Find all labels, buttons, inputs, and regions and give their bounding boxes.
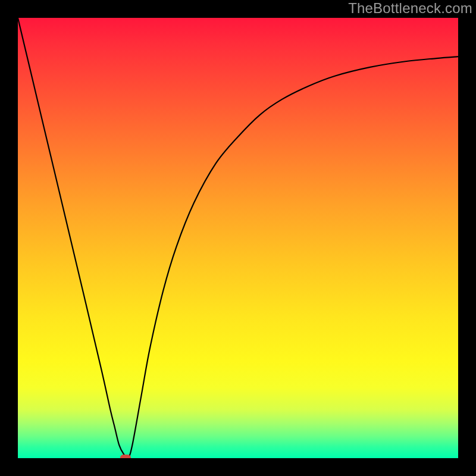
marker-dot — [120, 455, 131, 458]
chart-canvas: TheBottleneck.com — [0, 0, 476, 476]
plot-area — [18, 18, 458, 458]
watermark-text: TheBottleneck.com — [348, 0, 472, 17]
chart-curve — [18, 18, 458, 458]
curve-path — [18, 18, 458, 458]
